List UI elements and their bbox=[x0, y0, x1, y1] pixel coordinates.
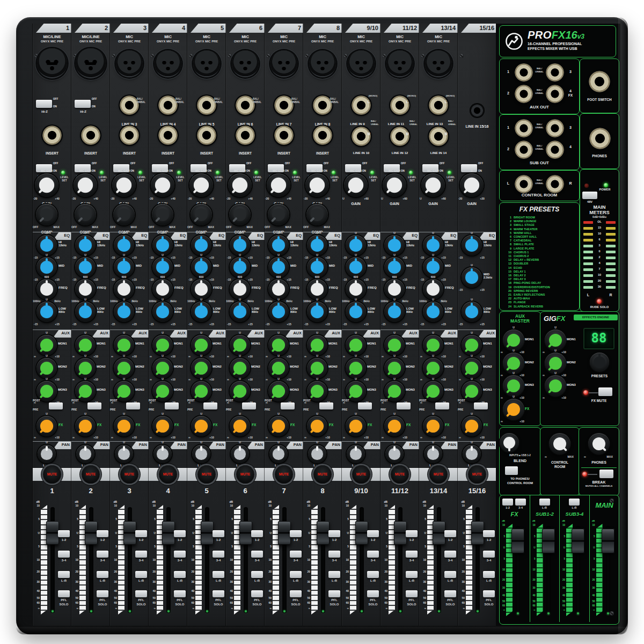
eq-low-knob[interactable] bbox=[36, 302, 57, 322]
combo-input-jack[interactable] bbox=[76, 48, 106, 78]
xlr-mic-jack[interactable] bbox=[155, 50, 181, 77]
control-room-jack-l[interactable] bbox=[515, 175, 533, 193]
insert-jack[interactable] bbox=[42, 126, 62, 145]
line-right-jack[interactable] bbox=[429, 127, 448, 146]
assign-lr-button[interactable] bbox=[97, 571, 108, 578]
pre-post-switch[interactable] bbox=[319, 402, 333, 409]
assign-3-4-button[interactable] bbox=[58, 551, 70, 558]
pfl-solo-button[interactable] bbox=[213, 590, 224, 597]
aux-mon2-knob[interactable] bbox=[384, 358, 405, 378]
pfl-solo-button[interactable] bbox=[290, 590, 302, 597]
pan-knob[interactable] bbox=[424, 445, 442, 463]
mute-button[interactable]: MUTE bbox=[429, 465, 448, 484]
aux-mon1-knob[interactable] bbox=[191, 335, 211, 355]
aux-fx-knob[interactable] bbox=[346, 416, 366, 436]
eq-freq-knob[interactable] bbox=[191, 279, 211, 299]
assign-1-2-button[interactable] bbox=[290, 530, 302, 537]
eq-hi-knob[interactable] bbox=[268, 235, 289, 255]
line-input-jack[interactable] bbox=[236, 96, 255, 115]
assign-3-4-button[interactable] bbox=[483, 551, 495, 558]
master-fader[interactable] bbox=[542, 529, 555, 553]
xlr-mic-jack[interactable] bbox=[193, 50, 220, 77]
phantom-48v-switch[interactable] bbox=[582, 192, 597, 199]
line-right-jack[interactable] bbox=[390, 127, 409, 146]
aux-mon2-knob[interactable] bbox=[114, 358, 134, 378]
line-input-jack[interactable] bbox=[313, 96, 332, 115]
gigfx-mon2-knob[interactable] bbox=[545, 353, 566, 374]
insert-jack[interactable] bbox=[274, 126, 294, 145]
aux-out-jack-3[interactable] bbox=[546, 63, 564, 82]
pfl-solo-button[interactable] bbox=[251, 590, 263, 597]
aux-mon1-knob[interactable] bbox=[152, 335, 173, 355]
pre-post-switch[interactable] bbox=[358, 402, 372, 409]
assign-3-4-button[interactable] bbox=[290, 551, 302, 558]
eq-hi-knob[interactable] bbox=[152, 235, 173, 255]
comp-knob[interactable] bbox=[306, 204, 328, 225]
mute-button[interactable]: MUTE bbox=[352, 465, 370, 484]
line-input-jack[interactable] bbox=[158, 96, 178, 115]
fx-mute-button[interactable] bbox=[598, 387, 612, 396]
xlr-mic-jack[interactable] bbox=[425, 50, 452, 77]
mute-button[interactable]: MUTE bbox=[159, 465, 177, 484]
aux-mon1-knob[interactable] bbox=[346, 335, 366, 355]
assign-lr-button[interactable] bbox=[367, 571, 379, 578]
aux-mon2-knob[interactable] bbox=[152, 358, 173, 378]
eq-freq-knob[interactable] bbox=[114, 279, 134, 299]
insert-jack[interactable] bbox=[158, 126, 178, 145]
pan-knob[interactable] bbox=[308, 445, 326, 463]
hi-z-switch[interactable] bbox=[36, 100, 52, 108]
phones-jack[interactable] bbox=[589, 128, 611, 149]
line-input-jack[interactable] bbox=[197, 96, 216, 115]
hi-z-switch[interactable] bbox=[75, 100, 91, 108]
eq-mid-knob[interactable] bbox=[230, 257, 250, 277]
comp-knob[interactable] bbox=[36, 204, 57, 225]
bus-assign-button[interactable] bbox=[539, 499, 550, 506]
aux-fx-knob[interactable] bbox=[152, 416, 173, 436]
line-input-jack[interactable] bbox=[274, 96, 294, 115]
line-left-jack[interactable] bbox=[429, 96, 448, 115]
pfl-solo-button[interactable] bbox=[367, 590, 379, 597]
aux-fx-knob[interactable] bbox=[191, 416, 211, 436]
assign-lr-button[interactable] bbox=[58, 571, 70, 578]
assign-3-4-button[interactable] bbox=[174, 551, 186, 558]
assign-lr-button[interactable] bbox=[251, 571, 263, 578]
assign-lr-button[interactable] bbox=[328, 571, 340, 578]
pfl-solo-button[interactable] bbox=[444, 590, 456, 597]
aux-mon1-knob[interactable] bbox=[307, 335, 327, 355]
eq-freq-knob[interactable] bbox=[268, 279, 289, 299]
eq-freq-knob[interactable] bbox=[36, 279, 57, 299]
master-fader[interactable] bbox=[602, 529, 614, 553]
eq-mid-knob[interactable] bbox=[462, 267, 482, 288]
mute-button[interactable]: MUTE bbox=[391, 465, 409, 484]
aux-mon2-knob[interactable] bbox=[75, 358, 96, 378]
xlr-mic-jack[interactable] bbox=[232, 50, 259, 77]
assign-lr-button[interactable] bbox=[174, 571, 186, 578]
eq-freq-knob[interactable] bbox=[307, 279, 327, 299]
mute-button[interactable]: MUTE bbox=[313, 465, 332, 484]
pre-post-switch[interactable] bbox=[242, 402, 256, 409]
pfl-solo-button[interactable] bbox=[328, 590, 340, 597]
pfl-solo-button[interactable] bbox=[58, 590, 70, 597]
foot-switch-jack[interactable] bbox=[589, 71, 610, 92]
aux-fx-knob[interactable] bbox=[230, 416, 250, 436]
xlr-mic-jack[interactable] bbox=[270, 50, 297, 77]
aux-fx-knob[interactable] bbox=[36, 416, 57, 436]
pan-knob[interactable] bbox=[38, 445, 56, 463]
eq-freq-knob[interactable] bbox=[384, 279, 405, 299]
assign-3-4-button[interactable] bbox=[406, 551, 418, 558]
eq-hi-knob[interactable] bbox=[230, 235, 250, 255]
eq-hi-knob[interactable] bbox=[384, 235, 405, 255]
aux-mon2-knob[interactable] bbox=[268, 358, 289, 378]
assign-3-4-button[interactable] bbox=[444, 551, 456, 558]
blend-knob[interactable] bbox=[500, 433, 519, 452]
eq-mid-knob[interactable] bbox=[307, 257, 327, 277]
assign-1-2-button[interactable] bbox=[328, 530, 340, 537]
pan-knob[interactable] bbox=[385, 445, 404, 463]
bus-assign-button[interactable] bbox=[569, 499, 580, 506]
eq-low-knob[interactable] bbox=[152, 302, 173, 322]
eq-low-knob[interactable] bbox=[114, 302, 134, 322]
aux-fx-knob[interactable] bbox=[114, 416, 134, 436]
pan-knob[interactable] bbox=[463, 445, 481, 463]
aux-fx-knob[interactable] bbox=[75, 416, 96, 436]
assign-lr-button[interactable] bbox=[406, 571, 418, 578]
